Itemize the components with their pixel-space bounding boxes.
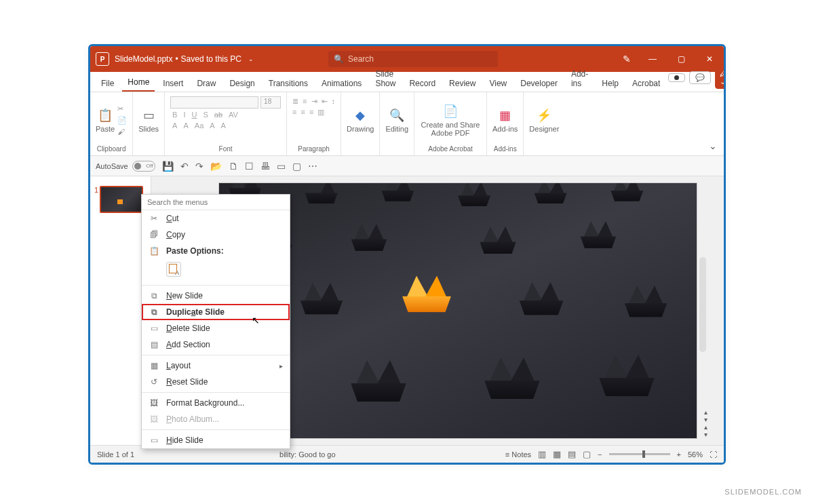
tab-transitions[interactable]: Transitions (263, 75, 313, 92)
slide-thumbnail[interactable] (100, 186, 143, 213)
tab-addins[interactable]: Add-ins (566, 65, 594, 92)
drawing-button[interactable]: ◆Drawing (347, 107, 374, 133)
tab-home[interactable]: Home (122, 73, 155, 92)
menu-duplicate-slide[interactable]: ⧉Duplicate Slide (142, 304, 290, 320)
menu-hide-slide[interactable]: ▭Hide Slide (142, 432, 290, 448)
menu-new-slide[interactable]: ⧉New Slide (142, 288, 290, 304)
menu-reset-slide[interactable]: ↺Reset Slide (142, 374, 290, 390)
align-right-icon[interactable]: ≡ (309, 108, 313, 117)
search-input[interactable]: 🔍 Search (328, 51, 498, 67)
new-icon[interactable]: 🗋 (229, 161, 238, 172)
undo-icon[interactable]: ↶ (180, 161, 189, 172)
zoom-in-icon[interactable]: + (677, 450, 681, 459)
title-dropdown-icon[interactable]: ⌄ (248, 56, 254, 62)
qat-more-icon[interactable]: ⋯ (308, 161, 317, 172)
numbering-icon[interactable]: ≡ (303, 97, 307, 106)
bullets-icon[interactable]: ≣ (292, 97, 298, 106)
slideshow-view-icon[interactable]: ▢ (583, 449, 591, 459)
slide-nav-arrows[interactable]: ▴▾▴▾ (704, 408, 708, 438)
open-icon[interactable]: 📂 (210, 161, 222, 172)
touch-icon[interactable]: ☐ (245, 161, 254, 172)
accessibility-status[interactable]: bility: Good to go (279, 450, 336, 459)
tab-view[interactable]: View (484, 75, 512, 92)
underline-button[interactable]: U (190, 110, 199, 119)
tab-file[interactable]: File (96, 75, 119, 92)
menu-format-background[interactable]: 🖼Format Background... (142, 395, 290, 411)
paste-button[interactable]: 📋Paste (96, 107, 115, 133)
slide-number: 1 (94, 186, 98, 213)
minimize-button[interactable]: — (638, 46, 667, 72)
save-icon[interactable]: 💾 (162, 161, 174, 172)
linespacing-icon[interactable]: ↕ (332, 97, 336, 106)
cut-icon[interactable]: ✂ (117, 104, 127, 113)
tab-help[interactable]: Help (596, 75, 624, 92)
font-size-input[interactable]: 18 (260, 96, 281, 109)
align-left-icon[interactable]: ≡ (292, 108, 296, 117)
slide-counter[interactable]: Slide 1 of 1 (97, 450, 134, 459)
tab-design[interactable]: Design (224, 75, 260, 92)
normal-view-icon[interactable]: ▥ (538, 449, 546, 459)
strike-button[interactable]: ab (212, 110, 225, 119)
addins-button[interactable]: ▦Add-ins (492, 107, 518, 133)
slide-canvas[interactable] (219, 183, 697, 438)
autosave-toggle[interactable]: AutoSaveOff (96, 161, 155, 172)
vertical-scrollbar[interactable] (699, 257, 706, 352)
present-icon[interactable]: ▢ (292, 161, 301, 172)
mic-icon[interactable]: ✎ (615, 46, 638, 72)
collapse-ribbon-icon[interactable]: ⌄ (702, 136, 724, 155)
menu-copy[interactable]: 🗐Copy (142, 227, 290, 243)
slides-button[interactable]: ▭Slides (138, 107, 159, 133)
tab-developer[interactable]: Developer (515, 75, 563, 92)
highlight-button[interactable]: A (181, 121, 190, 130)
menu-cut[interactable]: ✂Cut (142, 210, 290, 227)
start-icon[interactable]: ▭ (277, 161, 286, 172)
paste-option-keep[interactable] (142, 259, 290, 283)
italic-button[interactable]: I (181, 110, 187, 119)
print-icon[interactable]: 🖶 (260, 161, 270, 172)
sorter-view-icon[interactable]: ▦ (553, 449, 561, 459)
zoom-level[interactable]: 56% (688, 450, 703, 459)
shadow-button[interactable]: S (201, 110, 210, 119)
align-center-icon[interactable]: ≡ (301, 108, 305, 117)
section-icon: ▤ (149, 340, 159, 349)
camera-button[interactable] (668, 73, 685, 82)
grow-font-button[interactable]: A (208, 121, 216, 130)
fit-to-window-icon[interactable]: ⛶ (710, 450, 717, 459)
share-button[interactable]: 🖊 ⌄ (715, 66, 726, 89)
tab-insert[interactable]: Insert (157, 75, 189, 92)
font-name-input[interactable] (170, 96, 258, 109)
bold-button[interactable]: B (170, 110, 179, 119)
create-pdf-button[interactable]: 📄Create and Share Adobe PDF (420, 103, 481, 137)
zoom-slider[interactable] (609, 453, 670, 455)
indent-icon[interactable]: ⇥ (311, 97, 317, 106)
comments-button[interactable]: 💬 (689, 71, 711, 84)
menu-delete-slide[interactable]: ▭Delete Slide (142, 320, 290, 336)
shapes-icon: ◆ (352, 107, 368, 123)
tab-animations[interactable]: Animations (316, 75, 367, 92)
tab-draw[interactable]: Draw (191, 75, 221, 92)
tab-record[interactable]: Record (404, 75, 441, 92)
redo-icon[interactable]: ↷ (195, 161, 204, 172)
notes-button[interactable]: ≡ Notes (505, 450, 531, 459)
format-painter-icon[interactable]: 🖌 (117, 128, 127, 136)
columns-icon[interactable]: ▥ (317, 108, 324, 117)
menu-add-section[interactable]: ▤Add Section (142, 336, 290, 353)
outdent-icon[interactable]: ⇤ (322, 97, 328, 106)
reading-view-icon[interactable]: ▤ (568, 449, 576, 459)
spacing-button[interactable]: AV (227, 110, 240, 119)
font-color-button[interactable]: A (170, 121, 179, 130)
menu-search-input[interactable] (147, 198, 284, 206)
shrink-font-button[interactable]: A (219, 121, 228, 130)
tab-slideshow[interactable]: Slide Show (370, 65, 401, 92)
zoom-out-icon[interactable]: − (598, 450, 602, 459)
tab-acrobat[interactable]: Acrobat (627, 75, 665, 92)
designer-button[interactable]: ⚡Designer (529, 107, 559, 133)
menu-search[interactable] (142, 195, 290, 210)
menu-layout[interactable]: ▦Layout▸ (142, 357, 290, 374)
tab-review[interactable]: Review (444, 75, 481, 92)
copy-icon[interactable]: 📄 (117, 116, 127, 125)
copy-icon: 🗐 (149, 230, 159, 239)
window-title[interactable]: SlideModel.pptx • Saved to this PC ⌄ (115, 54, 254, 64)
editing-button[interactable]: 🔍Editing (385, 107, 408, 133)
case-button[interactable]: Aa (193, 121, 206, 130)
